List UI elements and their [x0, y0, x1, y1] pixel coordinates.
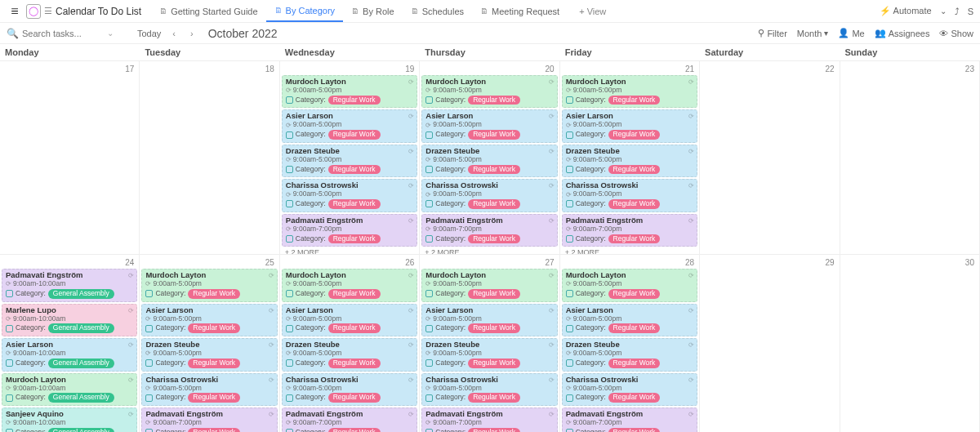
category-tag[interactable]: Regular Work	[608, 393, 661, 403]
category-tag[interactable]: Regular Work	[328, 130, 381, 140]
category-tag[interactable]: Regular Work	[608, 234, 661, 244]
category-tag[interactable]: Regular Work	[468, 359, 520, 368]
category-tag[interactable]: Regular Work	[328, 393, 381, 403]
calendar-event[interactable]: ⟳Murdoch Layton9:00am-5:00pmCategory:Reg…	[141, 269, 277, 301]
next-month-button[interactable]: ›	[187, 29, 197, 38]
calendar-event[interactable]: ⟳Padmavati Engström9:00am-10:00amCategor…	[2, 269, 137, 301]
tab-by-role[interactable]: 🗎By Role	[343, 0, 403, 22]
show-button[interactable]: 👁Show	[939, 29, 973, 38]
category-tag[interactable]: Regular Work	[608, 359, 661, 368]
calendar-event[interactable]: ⟳Drazen Steube9:00am-5:00pmCategory:Regu…	[282, 145, 417, 177]
chevron-down-icon[interactable]: ⌄	[940, 7, 947, 16]
category-tag[interactable]: Regular Work	[468, 234, 520, 244]
calendar-event[interactable]: ⟳Charissa Ostrowski9:00am-5:00pmCategory…	[282, 373, 417, 406]
calendar-event[interactable]: ⟳Padmavati Engström9:00am-7:00pmCategory…	[282, 214, 417, 247]
day-cell[interactable]: 28⟳Murdoch Layton9:00am-5:00pmCategory:R…	[560, 255, 700, 432]
more-events-button[interactable]: + 2 MORE	[421, 247, 557, 254]
category-tag[interactable]: Regular Work	[468, 289, 520, 299]
category-tag[interactable]: Regular Work	[608, 96, 661, 105]
calendar-event[interactable]: ⟳Asier Larson9:00am-5:00pmCategory:Regul…	[562, 109, 697, 142]
calendar-event[interactable]: ⟳Drazen Steube9:00am-5:00pmCategory:Regu…	[562, 145, 697, 177]
tab-meeting-request[interactable]: 🗎Meeting Request	[472, 0, 568, 22]
category-tag[interactable]: Regular Work	[328, 289, 381, 299]
category-tag[interactable]: Regular Work	[468, 323, 520, 333]
day-cell[interactable]: 20⟳Murdoch Layton9:00am-5:00pmCategory:R…	[420, 61, 559, 254]
calendar-event[interactable]: ⟳Drazen Steube9:00am-5:00pmCategory:Regu…	[282, 338, 417, 371]
category-tag[interactable]: Regular Work	[468, 96, 520, 105]
calendar-event[interactable]: ⟳Asier Larson9:00am-5:00pmCategory:Regul…	[562, 304, 697, 336]
calendar-event[interactable]: ⟳Charissa Ostrowski9:00am-5:00pmCategory…	[282, 179, 417, 212]
calendar-event[interactable]: ⟳Murdoch Layton9:00am-5:00pmCategory:Reg…	[282, 75, 417, 108]
assignees-button[interactable]: 👥Assignees	[875, 28, 930, 38]
calendar-event[interactable]: ⟳Murdoch Layton9:00am-5:00pmCategory:Reg…	[562, 269, 697, 301]
calendar-event[interactable]: ⟳Marlene Lupo9:00am-10:00amCategory:Gene…	[2, 304, 137, 336]
category-tag[interactable]: General Assembly	[48, 393, 114, 403]
category-tag[interactable]: Regular Work	[188, 289, 240, 299]
automate-button[interactable]: ⚡ Automate	[880, 6, 932, 16]
calendar-event[interactable]: ⟳Charissa Ostrowski9:00am-5:00pmCategory…	[562, 179, 697, 212]
day-cell[interactable]: 26⟳Murdoch Layton9:00am-5:00pmCategory:R…	[280, 255, 420, 432]
category-tag[interactable]: Regular Work	[328, 359, 381, 368]
calendar-event[interactable]: ⟳Charissa Ostrowski9:00am-5:00pmCategory…	[421, 179, 557, 212]
calendar-event[interactable]: ⟳Asier Larson9:00am-5:00pmCategory:Regul…	[141, 304, 277, 336]
calendar-event[interactable]: ⟳Sanjeev Aquino9:00am-10:00amCategory:Ge…	[2, 408, 137, 432]
calendar-event[interactable]: ⟳Drazen Steube9:00am-5:00pmCategory:Regu…	[421, 338, 557, 371]
today-button[interactable]: Today	[137, 29, 161, 38]
page-title-block[interactable]: ☰ Calendar To Do List	[44, 6, 141, 17]
calendar-event[interactable]: ⟳Charissa Ostrowski9:00am-5:00pmCategory…	[141, 373, 277, 406]
day-cell[interactable]: 18	[140, 61, 279, 254]
category-tag[interactable]: General Assembly	[48, 323, 114, 333]
category-tag[interactable]: Regular Work	[608, 199, 661, 209]
category-tag[interactable]: Regular Work	[468, 199, 520, 209]
category-tag[interactable]: General Assembly	[48, 359, 114, 368]
calendar-event[interactable]: ⟳Asier Larson9:00am-5:00pmCategory:Regul…	[421, 109, 557, 142]
filter-button[interactable]: ⚲Filter	[758, 28, 786, 38]
month-dropdown[interactable]: Month ▾	[797, 29, 829, 38]
calendar-event[interactable]: ⟳Padmavati Engström9:00am-7:00pmCategory…	[282, 408, 417, 432]
search-box[interactable]: 🔍 ⌄	[7, 28, 129, 39]
category-tag[interactable]: Regular Work	[328, 199, 381, 209]
calendar-event[interactable]: ⟳Drazen Steube9:00am-5:00pmCategory:Regu…	[421, 145, 557, 177]
category-tag[interactable]: Regular Work	[328, 165, 381, 175]
day-cell[interactable]: 30	[840, 255, 980, 432]
day-cell[interactable]: 27⟳Murdoch Layton9:00am-5:00pmCategory:R…	[420, 255, 559, 432]
category-tag[interactable]: Regular Work	[328, 234, 381, 244]
tab-schedules[interactable]: 🗎Schedules	[403, 0, 472, 22]
calendar-event[interactable]: ⟳Padmavati Engström9:00am-7:00pmCategory…	[421, 408, 557, 432]
category-tag[interactable]: Regular Work	[468, 165, 520, 175]
day-cell[interactable]: 22	[700, 61, 840, 254]
calendar-event[interactable]: ⟳Padmavati Engström9:00am-7:00pmCategory…	[421, 214, 557, 247]
category-tag[interactable]: General Assembly	[48, 428, 114, 432]
calendar-event[interactable]: ⟳Asier Larson9:00am-10:00amCategory:Gene…	[2, 338, 137, 371]
tab-getting-started-guide[interactable]: 🗎Getting Started Guide	[151, 0, 265, 22]
category-tag[interactable]: Regular Work	[468, 130, 520, 140]
calendar-event[interactable]: ⟳Asier Larson9:00am-5:00pmCategory:Regul…	[282, 109, 417, 142]
calendar-event[interactable]: ⟳Padmavati Engström9:00am-7:00pmCategory…	[141, 408, 277, 432]
category-tag[interactable]: Regular Work	[608, 289, 661, 299]
category-tag[interactable]: Regular Work	[188, 359, 240, 368]
category-tag[interactable]: Regular Work	[328, 323, 381, 333]
add-view-button[interactable]: + View	[571, 7, 614, 16]
share-icon[interactable]: ⤴	[955, 7, 960, 16]
category-tag[interactable]: Regular Work	[608, 165, 661, 175]
tab-by-category[interactable]: 🗎By Category	[266, 0, 344, 22]
category-tag[interactable]: Regular Work	[608, 323, 661, 333]
category-tag[interactable]: Regular Work	[188, 428, 240, 432]
search-input[interactable]	[22, 29, 104, 38]
category-tag[interactable]: General Assembly	[48, 289, 114, 299]
more-events-button[interactable]: + 2 MORE	[562, 247, 697, 254]
calendar-event[interactable]: ⟳Murdoch Layton9:00am-5:00pmCategory:Reg…	[421, 269, 557, 301]
category-tag[interactable]: Regular Work	[188, 393, 240, 403]
calendar-event[interactable]: ⟳Murdoch Layton9:00am-10:00amCategory:Ge…	[2, 373, 137, 406]
calendar-event[interactable]: ⟳Charissa Ostrowski9:00am-5:00pmCategory…	[421, 373, 557, 406]
calendar-event[interactable]: ⟳Drazen Steube9:00am-5:00pmCategory:Regu…	[562, 338, 697, 371]
calendar-event[interactable]: ⟳Drazen Steube9:00am-5:00pmCategory:Regu…	[141, 338, 277, 371]
category-tag[interactable]: Regular Work	[608, 428, 661, 432]
calendar-event[interactable]: ⟳Murdoch Layton9:00am-5:00pmCategory:Reg…	[282, 269, 417, 301]
calendar-event[interactable]: ⟳Charissa Ostrowski9:00am-5:00pmCategory…	[562, 373, 697, 406]
calendar-event[interactable]: ⟳Padmavati Engström9:00am-7:00pmCategory…	[562, 214, 697, 247]
day-cell[interactable]: 19⟳Murdoch Layton9:00am-5:00pmCategory:R…	[280, 61, 420, 254]
category-tag[interactable]: Regular Work	[328, 428, 381, 432]
prev-month-button[interactable]: ‹	[169, 29, 179, 38]
category-tag[interactable]: Regular Work	[468, 428, 520, 432]
